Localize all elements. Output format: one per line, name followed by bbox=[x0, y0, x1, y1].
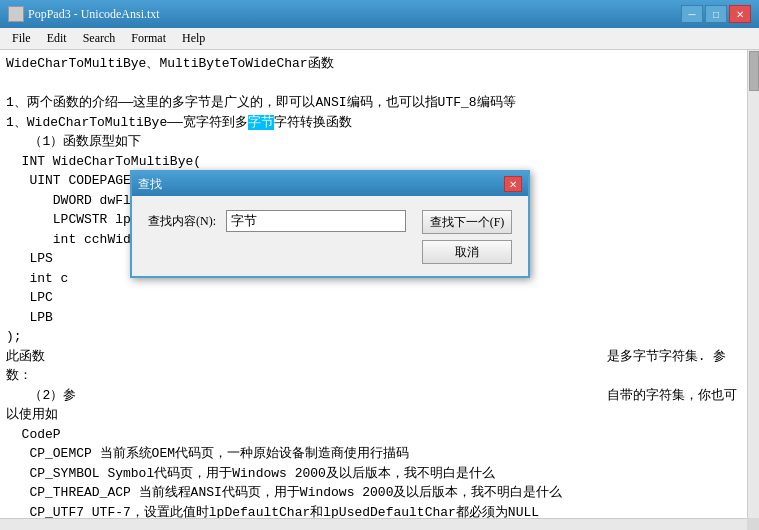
find-input[interactable] bbox=[226, 210, 406, 232]
find-input-row: 查找内容(N): bbox=[148, 210, 406, 232]
menu-edit[interactable]: Edit bbox=[39, 29, 75, 48]
title-bar-left: PopPad3 - UnicodeAnsi.txt bbox=[8, 6, 160, 22]
app-icon bbox=[8, 6, 24, 22]
editor-text[interactable]: WideCharToMultiBye、MultiByteToWideChar函数… bbox=[0, 50, 747, 518]
menu-bar: File Edit Search Format Help bbox=[0, 28, 759, 50]
scrollbar-corner bbox=[747, 518, 759, 530]
menu-file[interactable]: File bbox=[4, 29, 39, 48]
editor-container[interactable]: WideCharToMultiBye、MultiByteToWideChar函数… bbox=[0, 50, 759, 530]
vertical-scrollbar[interactable] bbox=[747, 50, 759, 518]
menu-help[interactable]: Help bbox=[174, 29, 213, 48]
vertical-scrollbar-thumb[interactable] bbox=[749, 51, 759, 91]
dialog-content-row: 查找内容(N): 查找下一个(F) 取消 bbox=[148, 210, 512, 264]
find-dialog[interactable]: 查找 ✕ 查找内容(N): 查找下一个(F) 取消 bbox=[130, 170, 530, 278]
title-bar-controls: ─ □ ✕ bbox=[681, 5, 751, 23]
dialog-buttons: 查找下一个(F) 取消 bbox=[422, 210, 512, 264]
minimize-button[interactable]: ─ bbox=[681, 5, 703, 23]
cancel-button[interactable]: 取消 bbox=[422, 240, 512, 264]
title-bar: PopPad3 - UnicodeAnsi.txt ─ □ ✕ bbox=[0, 0, 759, 28]
window-title: PopPad3 - UnicodeAnsi.txt bbox=[28, 7, 160, 22]
menu-search[interactable]: Search bbox=[75, 29, 124, 48]
dialog-close-button[interactable]: ✕ bbox=[504, 176, 522, 192]
find-label: 查找内容(N): bbox=[148, 213, 218, 230]
search-highlight: 字节 bbox=[248, 115, 274, 130]
horizontal-scrollbar[interactable] bbox=[0, 518, 747, 530]
dialog-body: 查找内容(N): 查找下一个(F) 取消 bbox=[132, 196, 528, 276]
dialog-title: 查找 bbox=[138, 176, 162, 193]
close-button[interactable]: ✕ bbox=[729, 5, 751, 23]
dialog-title-bar: 查找 ✕ bbox=[132, 172, 528, 196]
maximize-button[interactable]: □ bbox=[705, 5, 727, 23]
menu-format[interactable]: Format bbox=[123, 29, 174, 48]
find-next-button[interactable]: 查找下一个(F) bbox=[422, 210, 512, 234]
